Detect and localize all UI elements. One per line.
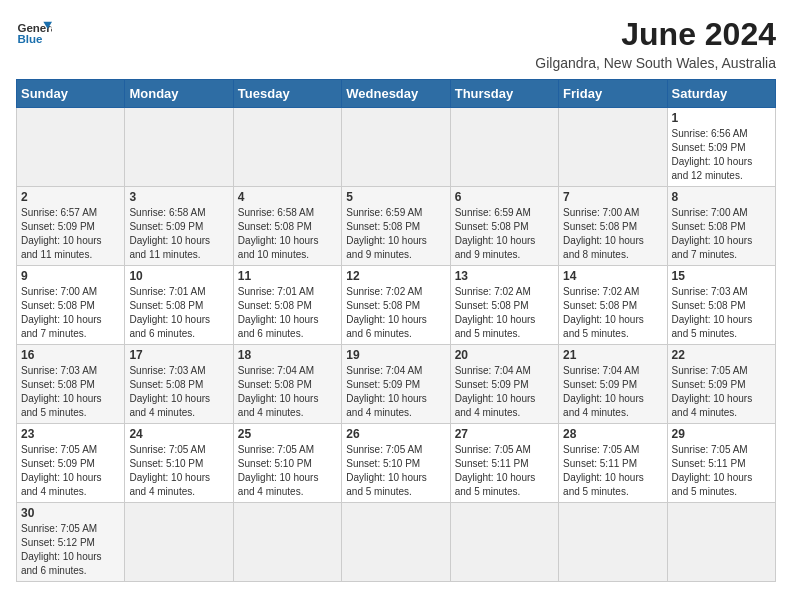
header-area: General Blue June 2024 Gilgandra, New So… <box>16 16 776 71</box>
weekday-header-row: Sunday Monday Tuesday Wednesday Thursday… <box>17 80 776 108</box>
header-wednesday: Wednesday <box>342 80 450 108</box>
calendar-cell: 23Sunrise: 7:05 AM Sunset: 5:09 PM Dayli… <box>17 424 125 503</box>
day-info: Sunrise: 6:59 AM Sunset: 5:08 PM Dayligh… <box>455 206 554 262</box>
calendar-cell: 29Sunrise: 7:05 AM Sunset: 5:11 PM Dayli… <box>667 424 775 503</box>
calendar-cell <box>342 503 450 582</box>
calendar-cell: 21Sunrise: 7:04 AM Sunset: 5:09 PM Dayli… <box>559 345 667 424</box>
title-area: June 2024 Gilgandra, New South Wales, Au… <box>535 16 776 71</box>
day-info: Sunrise: 7:00 AM Sunset: 5:08 PM Dayligh… <box>672 206 771 262</box>
day-number: 6 <box>455 190 554 204</box>
day-info: Sunrise: 7:05 AM Sunset: 5:10 PM Dayligh… <box>238 443 337 499</box>
calendar-cell <box>233 108 341 187</box>
calendar-cell: 26Sunrise: 7:05 AM Sunset: 5:10 PM Dayli… <box>342 424 450 503</box>
day-number: 20 <box>455 348 554 362</box>
day-number: 30 <box>21 506 120 520</box>
calendar-row-3: 9Sunrise: 7:00 AM Sunset: 5:08 PM Daylig… <box>17 266 776 345</box>
day-number: 15 <box>672 269 771 283</box>
day-info: Sunrise: 7:05 AM Sunset: 5:10 PM Dayligh… <box>129 443 228 499</box>
header-sunday: Sunday <box>17 80 125 108</box>
day-number: 25 <box>238 427 337 441</box>
day-number: 3 <box>129 190 228 204</box>
calendar-cell: 18Sunrise: 7:04 AM Sunset: 5:08 PM Dayli… <box>233 345 341 424</box>
day-info: Sunrise: 7:05 AM Sunset: 5:11 PM Dayligh… <box>563 443 662 499</box>
calendar-cell <box>17 108 125 187</box>
calendar-cell: 22Sunrise: 7:05 AM Sunset: 5:09 PM Dayli… <box>667 345 775 424</box>
calendar-cell: 20Sunrise: 7:04 AM Sunset: 5:09 PM Dayli… <box>450 345 558 424</box>
svg-text:Blue: Blue <box>17 33 43 45</box>
calendar-cell: 6Sunrise: 6:59 AM Sunset: 5:08 PM Daylig… <box>450 187 558 266</box>
calendar-cell: 9Sunrise: 7:00 AM Sunset: 5:08 PM Daylig… <box>17 266 125 345</box>
day-number: 26 <box>346 427 445 441</box>
day-number: 9 <box>21 269 120 283</box>
calendar-row-4: 16Sunrise: 7:03 AM Sunset: 5:08 PM Dayli… <box>17 345 776 424</box>
day-number: 8 <box>672 190 771 204</box>
calendar-cell: 27Sunrise: 7:05 AM Sunset: 5:11 PM Dayli… <box>450 424 558 503</box>
calendar-cell: 15Sunrise: 7:03 AM Sunset: 5:08 PM Dayli… <box>667 266 775 345</box>
day-info: Sunrise: 7:01 AM Sunset: 5:08 PM Dayligh… <box>238 285 337 341</box>
calendar-cell: 30Sunrise: 7:05 AM Sunset: 5:12 PM Dayli… <box>17 503 125 582</box>
day-number: 1 <box>672 111 771 125</box>
calendar-row-6: 30Sunrise: 7:05 AM Sunset: 5:12 PM Dayli… <box>17 503 776 582</box>
day-number: 28 <box>563 427 662 441</box>
calendar-cell: 13Sunrise: 7:02 AM Sunset: 5:08 PM Dayli… <box>450 266 558 345</box>
logo: General Blue <box>16 16 52 52</box>
calendar-cell: 7Sunrise: 7:00 AM Sunset: 5:08 PM Daylig… <box>559 187 667 266</box>
calendar-cell: 14Sunrise: 7:02 AM Sunset: 5:08 PM Dayli… <box>559 266 667 345</box>
day-info: Sunrise: 7:05 AM Sunset: 5:10 PM Dayligh… <box>346 443 445 499</box>
calendar-cell <box>233 503 341 582</box>
day-number: 22 <box>672 348 771 362</box>
day-number: 14 <box>563 269 662 283</box>
day-info: Sunrise: 7:03 AM Sunset: 5:08 PM Dayligh… <box>672 285 771 341</box>
day-number: 18 <box>238 348 337 362</box>
header-tuesday: Tuesday <box>233 80 341 108</box>
day-info: Sunrise: 7:04 AM Sunset: 5:09 PM Dayligh… <box>346 364 445 420</box>
day-number: 2 <box>21 190 120 204</box>
calendar-cell: 4Sunrise: 6:58 AM Sunset: 5:08 PM Daylig… <box>233 187 341 266</box>
day-number: 23 <box>21 427 120 441</box>
calendar-row-1: 1Sunrise: 6:56 AM Sunset: 5:09 PM Daylig… <box>17 108 776 187</box>
main-title: June 2024 <box>535 16 776 53</box>
calendar-cell <box>342 108 450 187</box>
header-saturday: Saturday <box>667 80 775 108</box>
day-info: Sunrise: 7:01 AM Sunset: 5:08 PM Dayligh… <box>129 285 228 341</box>
calendar-cell: 3Sunrise: 6:58 AM Sunset: 5:09 PM Daylig… <box>125 187 233 266</box>
header-thursday: Thursday <box>450 80 558 108</box>
calendar-cell <box>667 503 775 582</box>
day-info: Sunrise: 6:59 AM Sunset: 5:08 PM Dayligh… <box>346 206 445 262</box>
calendar-cell <box>559 108 667 187</box>
day-info: Sunrise: 7:05 AM Sunset: 5:11 PM Dayligh… <box>455 443 554 499</box>
day-number: 12 <box>346 269 445 283</box>
calendar-cell: 12Sunrise: 7:02 AM Sunset: 5:08 PM Dayli… <box>342 266 450 345</box>
day-info: Sunrise: 7:02 AM Sunset: 5:08 PM Dayligh… <box>346 285 445 341</box>
day-info: Sunrise: 7:05 AM Sunset: 5:12 PM Dayligh… <box>21 522 120 578</box>
calendar-cell: 8Sunrise: 7:00 AM Sunset: 5:08 PM Daylig… <box>667 187 775 266</box>
day-number: 7 <box>563 190 662 204</box>
day-number: 16 <box>21 348 120 362</box>
header-friday: Friday <box>559 80 667 108</box>
calendar-cell: 1Sunrise: 6:56 AM Sunset: 5:09 PM Daylig… <box>667 108 775 187</box>
day-info: Sunrise: 7:03 AM Sunset: 5:08 PM Dayligh… <box>21 364 120 420</box>
day-info: Sunrise: 7:02 AM Sunset: 5:08 PM Dayligh… <box>563 285 662 341</box>
day-info: Sunrise: 7:05 AM Sunset: 5:09 PM Dayligh… <box>21 443 120 499</box>
calendar-cell <box>559 503 667 582</box>
day-info: Sunrise: 6:58 AM Sunset: 5:09 PM Dayligh… <box>129 206 228 262</box>
day-number: 21 <box>563 348 662 362</box>
day-info: Sunrise: 7:05 AM Sunset: 5:11 PM Dayligh… <box>672 443 771 499</box>
day-number: 4 <box>238 190 337 204</box>
calendar-cell <box>450 503 558 582</box>
day-info: Sunrise: 6:58 AM Sunset: 5:08 PM Dayligh… <box>238 206 337 262</box>
calendar-cell: 28Sunrise: 7:05 AM Sunset: 5:11 PM Dayli… <box>559 424 667 503</box>
calendar-cell <box>125 503 233 582</box>
day-number: 13 <box>455 269 554 283</box>
calendar-cell <box>125 108 233 187</box>
calendar-cell: 25Sunrise: 7:05 AM Sunset: 5:10 PM Dayli… <box>233 424 341 503</box>
day-number: 24 <box>129 427 228 441</box>
day-info: Sunrise: 7:05 AM Sunset: 5:09 PM Dayligh… <box>672 364 771 420</box>
day-info: Sunrise: 6:56 AM Sunset: 5:09 PM Dayligh… <box>672 127 771 183</box>
calendar-row-2: 2Sunrise: 6:57 AM Sunset: 5:09 PM Daylig… <box>17 187 776 266</box>
day-info: Sunrise: 7:04 AM Sunset: 5:08 PM Dayligh… <box>238 364 337 420</box>
calendar-cell: 2Sunrise: 6:57 AM Sunset: 5:09 PM Daylig… <box>17 187 125 266</box>
day-info: Sunrise: 7:02 AM Sunset: 5:08 PM Dayligh… <box>455 285 554 341</box>
day-number: 19 <box>346 348 445 362</box>
calendar-cell: 16Sunrise: 7:03 AM Sunset: 5:08 PM Dayli… <box>17 345 125 424</box>
